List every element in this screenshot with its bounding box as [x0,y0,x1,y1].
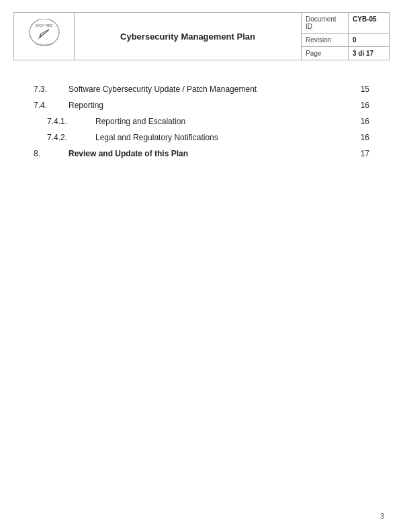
document-header: EASY REG Cybersecurity Management Plan D… [13,12,390,60]
toc-page: 15 [353,85,369,94]
toc-label: Reporting and Escalation [95,117,353,126]
toc-label: Reporting [69,101,353,110]
toc-label: Legal and Regulatory Notifications [95,133,353,142]
toc-entry-7-4: 7.4. Reporting 16 [34,101,369,110]
toc-page: 17 [353,149,369,158]
document-id-label: Document ID [302,13,349,33]
toc-entry-7-3: 7.3. Software Cybersecurity Update / Pat… [34,85,369,94]
footer-page-number: 3 [380,512,384,520]
revision-value: 0 [349,34,361,46]
toc-entry-7-4-2: 7.4.2. Legal and Regulatory Notification… [34,133,369,142]
toc-label: Software Cybersecurity Update / Patch Ma… [69,85,353,94]
page-value: 3 di 17 [349,47,377,60]
svg-line-4 [38,38,40,39]
meta-page-row: Page 3 di 17 [302,47,389,60]
toc-number: 7.3. [34,85,69,94]
toc-label: Review and Update of this Plan [69,149,353,158]
toc-content: 7.3. Software Cybersecurity Update / Pat… [0,60,403,192]
document-title: Cybersecurity Management Plan [75,13,302,60]
toc-entry-7-4-1: 7.4.1. Reporting and Escalation 16 [34,117,369,126]
meta-document-id-row: Document ID CYB-05 [302,13,389,34]
toc-number: 7.4. [34,101,69,110]
document-meta: Document ID CYB-05 Revision 0 Page 3 di … [302,13,389,60]
revision-label: Revision [302,34,349,46]
svg-text:EASY REG: EASY REG [36,23,53,28]
company-logo: EASY REG [25,19,64,54]
meta-revision-row: Revision 0 [302,34,389,47]
toc-page: 16 [353,117,369,126]
toc-entry-8: 8. Review and Update of this Plan 17 [34,149,369,158]
toc-number: 7.4.1. [47,117,95,126]
document-page: EASY REG Cybersecurity Management Plan D… [0,0,403,532]
page-label: Page [302,47,349,60]
toc-page: 16 [353,101,369,110]
document-id-value: CYB-05 [349,13,381,33]
toc-number: 8. [34,149,69,158]
toc-page: 16 [353,133,369,142]
toc-number: 7.4.2. [47,133,95,142]
title-text: Cybersecurity Management Plan [120,32,255,42]
page-footer: 3 [380,512,384,520]
logo-area: EASY REG [14,13,75,60]
